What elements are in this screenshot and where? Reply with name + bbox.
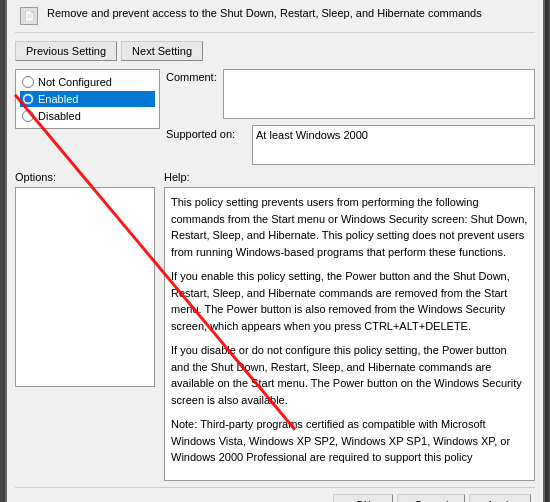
policy-icon: 📄 [20,7,38,25]
info-icon: 📄 [19,6,39,26]
help-column: Help: This policy setting prevents users… [164,171,535,481]
cancel-button[interactable]: Cancel [397,494,465,502]
not-configured-option[interactable]: Not Configured [20,74,155,90]
disabled-radio[interactable] [22,110,34,122]
apply-button[interactable]: Apply [469,494,531,502]
enabled-radio[interactable] [22,93,34,105]
help-para-2: If you enable this policy setting, the P… [171,268,528,334]
help-para-4: Note: Third-party programs certified as … [171,416,528,466]
supported-box-wrapper: At least Windows 2000 [252,125,535,165]
help-para-1: This policy setting prevents users from … [171,194,528,260]
main-window: Remove and prevent access to the Shut Do… [5,0,545,502]
info-text: Remove and prevent access to the Shut Do… [47,6,482,21]
info-bar: 📄 Remove and prevent access to the Shut … [15,2,535,33]
disabled-option[interactable]: Disabled [20,108,155,124]
not-configured-label: Not Configured [38,76,112,88]
enabled-label: Enabled [38,93,78,105]
right-panel: Comment: Supported on: At least Windows … [166,69,535,165]
comment-section: Comment: [166,69,535,119]
left-panel: Not Configured Enabled Disabled [15,69,160,165]
footer: OK Cancel Apply [15,487,535,502]
radio-group: Not Configured Enabled Disabled [15,69,160,129]
options-panel [15,187,155,387]
next-setting-button[interactable]: Next Setting [121,41,203,61]
help-panel: This policy setting prevents users from … [164,187,535,481]
toolbar: Previous Setting Next Setting [15,39,535,63]
help-para-3: If you disable or do not configure this … [171,342,528,408]
options-label: Options: [15,171,160,183]
options-column: Options: [15,171,160,481]
previous-setting-button[interactable]: Previous Setting [15,41,117,61]
supported-section: Supported on: At least Windows 2000 [166,125,535,165]
comment-textarea[interactable] [223,69,535,119]
supported-value: At least Windows 2000 [252,125,535,165]
comment-label: Comment: [166,69,217,83]
ok-button[interactable]: OK [333,494,393,502]
window-body: 📄 Remove and prevent access to the Shut … [7,0,543,502]
bottom-section: Options: Help: This policy setting preve… [15,171,535,481]
enabled-option[interactable]: Enabled [20,91,155,107]
supported-label: Supported on: [166,125,246,140]
main-content: Not Configured Enabled Disabled [15,69,535,165]
not-configured-radio[interactable] [22,76,34,88]
disabled-label: Disabled [38,110,81,122]
help-label: Help: [164,171,535,183]
